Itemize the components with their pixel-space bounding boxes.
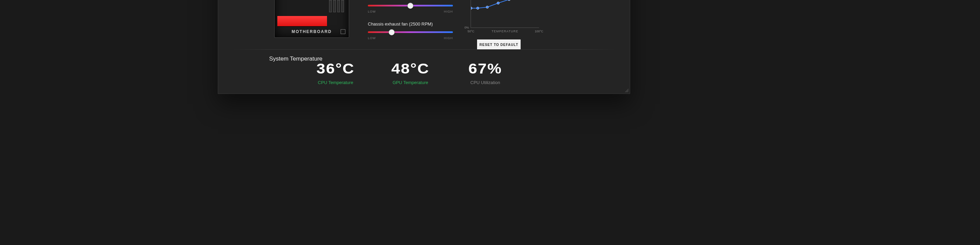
exhaust-fan-thumb[interactable] [388,29,395,35]
svg-point-4 [508,0,511,1]
control-panel: MOTHERBOARD LOW HIGH Chassis intake fan … [218,0,630,94]
svg-point-3 [497,2,500,5]
cpu-temp-metric: 36°C CPU Temperature [310,62,361,85]
section-divider [232,49,616,50]
high-label: HIGH [444,37,453,40]
high-label: HIGH [444,10,453,13]
motherboard-card[interactable]: MOTHERBOARD [274,0,349,38]
fan-curve-chart[interactable]: 0% 50°C100°C TEMPERATURE [471,0,539,28]
gpu-temp-value: 48°C [382,62,439,76]
system-temperature-title: System Temperature [269,56,323,62]
metrics-row: 36°C CPU Temperature 48°C GPU Temperatur… [310,62,511,85]
low-label: LOW [368,37,376,40]
cpu-util-value: 67% [457,62,514,76]
fan-curve-chart-wrap: 0% 50°C100°C TEMPERATURE RESET TO DEFAUL… [463,0,535,50]
fan-controls: LOW HIGH Chassis intake fan (2500 RPM) L… [368,0,453,48]
chart-svg [471,0,539,27]
intake-fan-slider[interactable] [368,5,453,6]
chart-xtick: 100°C [535,30,543,33]
cpu-util-label: CPU Utilization [460,80,511,85]
exhaust-fan-slider[interactable] [368,31,453,33]
low-label: LOW [368,10,376,13]
motherboard-label: MOTHERBOARD [275,29,349,34]
chart-xlabel: TEMPERATURE [492,30,518,33]
cpu-util-metric: 67% CPU Utilization [460,62,511,85]
chart-xtick: 50°C [468,30,474,33]
cpu-temp-value: 36°C [308,62,364,76]
exhaust-fan-title: Chassis exhaust fan (2500 RPM) [368,21,453,27]
gpu-temp-metric: 48°C GPU Temperature [385,62,436,85]
cpu-temp-label: CPU Temperature [310,80,361,85]
slot-decor [329,1,344,12]
svg-point-0 [471,7,472,10]
svg-point-1 [477,7,479,10]
svg-point-2 [486,6,488,8]
intake-fan-thumb[interactable] [407,3,414,9]
chart-ytick: 0% [465,26,469,29]
motherboard-load-bar [277,16,327,27]
reset-to-default-button[interactable]: RESET TO DEFAULT [477,40,520,50]
motherboard-checkbox[interactable] [340,29,345,34]
gpu-temp-label: GPU Temperature [385,80,436,85]
